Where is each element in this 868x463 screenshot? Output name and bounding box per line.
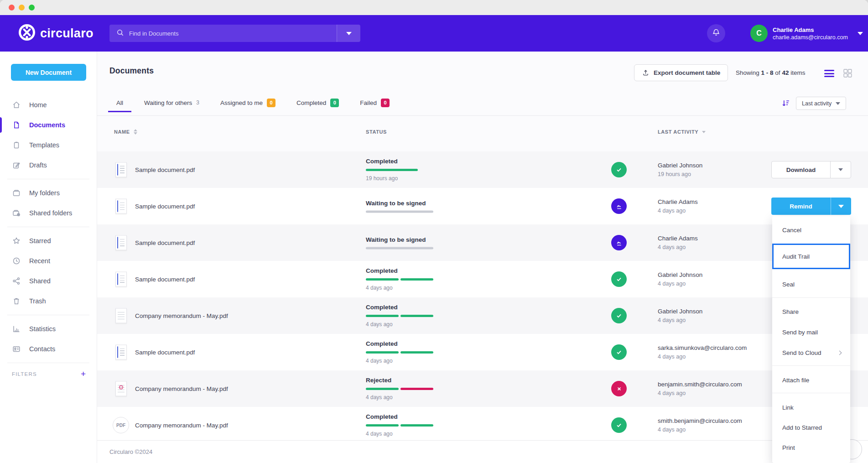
last-activity-cell: Gabriel Johnson 4 days ago (658, 308, 702, 323)
activity-time: 4 days ago (658, 317, 702, 323)
grid-view-button[interactable] (842, 68, 853, 80)
search-input[interactable] (129, 30, 321, 37)
menu-item-send-to-cloud[interactable]: Send to Cloud (772, 344, 850, 361)
tab-all[interactable]: All (116, 99, 123, 106)
remind-split-button[interactable]: Remind (771, 198, 851, 215)
menu-item-print[interactable]: Print (772, 439, 850, 456)
chevron-right-icon (837, 350, 842, 355)
sidebar-item-shared[interactable]: Shared (0, 271, 97, 291)
document-thumbnail-icon (115, 308, 127, 323)
status-label: Rejected (366, 377, 433, 384)
new-document-button[interactable]: New Document (11, 64, 86, 81)
remind-more-actions-button[interactable] (831, 198, 851, 215)
column-header-name[interactable]: NAME (114, 129, 137, 135)
export-icon (642, 69, 650, 77)
tab-waiting-for-others[interactable]: Waiting for others3 (144, 99, 199, 106)
menu-item-seal[interactable]: Seal (772, 276, 850, 292)
brand-logo[interactable]: circularo (18, 15, 94, 52)
document-name[interactable]: Company memorandum - May.pdf (135, 385, 228, 392)
column-header-status[interactable]: STATUS (366, 129, 387, 135)
table-row[interactable]: Sample document.pdf Completed 4 days ago… (97, 261, 868, 297)
table-row[interactable]: Sample document.pdf Completed 4 days ago… (97, 334, 868, 370)
sidebar-item-contacts[interactable]: Contacts (0, 339, 97, 359)
status-time: 4 days ago (366, 394, 433, 401)
table-row[interactable]: Company memorandum - May.pdf Rejected 4 … (97, 370, 868, 407)
user-menu[interactable]: C Charlie Adams charlie.adams@circularo.… (750, 25, 863, 42)
document-name[interactable]: Sample document.pdf (135, 239, 195, 246)
sidebar-item-label: Home (29, 101, 47, 109)
table-header: NAME STATUS LAST ACTIVITY (97, 129, 868, 138)
actor-name: sarka.simunkova@circularo.com (658, 344, 747, 351)
sidebar-item-templates[interactable]: Templates (0, 135, 97, 155)
activity-time: 4 days ago (658, 244, 698, 250)
sidebar-item-documents[interactable]: Documents (0, 115, 97, 135)
search-bar[interactable] (109, 25, 360, 42)
sidebar-item-trash[interactable]: Trash (0, 291, 97, 311)
menu-item-attach-file[interactable]: Attach file (772, 372, 850, 388)
search-scope-dropdown[interactable] (337, 25, 360, 42)
window-minimize-button[interactable] (19, 5, 25, 10)
remind-button[interactable]: Remind (771, 198, 831, 215)
document-name[interactable]: Sample document.pdf (135, 276, 195, 283)
sidebar-divider (7, 315, 89, 315)
sidebar-item-label: My folders (29, 189, 60, 197)
sidebar-item-statistics[interactable]: Statistics (0, 319, 97, 339)
chevron-down-icon (838, 205, 844, 208)
sidebar-item-home[interactable]: Home (0, 95, 97, 115)
document-name[interactable]: Company memorandum - May.pdf (135, 422, 228, 429)
document-name[interactable]: Sample document.pdf (135, 203, 195, 210)
table-row[interactable]: Sample document.pdf Waiting to be signed… (97, 224, 868, 261)
tab-assigned-to-me[interactable]: Assigned to me0 (220, 99, 275, 107)
menu-item-share[interactable]: Share (772, 303, 850, 320)
clock-icon (12, 256, 21, 265)
search-icon (116, 28, 125, 39)
menu-item-add-to-starred[interactable]: Add to Starred (772, 419, 850, 436)
progress-bar (366, 169, 418, 171)
table-row[interactable]: Company memorandum - May.pdf Completed 4… (97, 297, 868, 334)
document-name[interactable]: Company memorandum - May.pdf (135, 312, 228, 319)
tab-completed[interactable]: Completed0 (296, 99, 339, 107)
table-row[interactable]: Sample document.pdf Completed 19 hours a… (97, 151, 868, 188)
export-document-table-button[interactable]: Export document table (634, 64, 728, 81)
menu-item-link[interactable]: Link (772, 399, 850, 416)
sidebar-item-starred[interactable]: Starred (0, 231, 97, 251)
sidebar-item-my-folders[interactable]: My folders (0, 183, 97, 203)
document-name[interactable]: Sample document.pdf (135, 166, 195, 173)
download-button[interactable]: Download (772, 161, 831, 178)
notifications-button[interactable] (707, 24, 725, 42)
sidebar-item-recent[interactable]: Recent (0, 251, 97, 271)
actor-name: Charlie Adams (658, 235, 698, 242)
sort-descending-icon[interactable] (781, 99, 790, 108)
sort-by-dropdown[interactable]: Last activity (796, 97, 846, 110)
sidebar: New Document Home Documents Templates Dr… (0, 52, 97, 463)
shared-folder-icon (12, 208, 21, 218)
status-label: Completed (366, 304, 433, 311)
window-close-button[interactable] (9, 5, 15, 10)
download-more-actions-button[interactable] (831, 161, 851, 178)
menu-item-send-by-mail[interactable]: Send by mail (772, 324, 850, 340)
menu-item-audit-trail[interactable]: Audit Trail (772, 244, 850, 269)
table-row[interactable]: PDF Company memorandum - May.pdf Complet… (97, 407, 868, 440)
sidebar-item-shared-folders[interactable]: Shared folders (0, 203, 97, 223)
window-zoom-button[interactable] (29, 5, 35, 10)
sidebar-item-drafts[interactable]: Drafts (0, 155, 97, 175)
last-activity-cell: sarka.simunkova@circularo.com 4 days ago (658, 344, 747, 360)
tab-badge: 0 (267, 99, 275, 107)
menu-item-cancel[interactable]: Cancel (772, 222, 850, 238)
table-row[interactable]: Sample document.pdf Waiting to be signed… (97, 188, 868, 224)
grid-icon (842, 68, 853, 78)
tab-failed[interactable]: Failed0 (360, 99, 390, 107)
add-filter-button[interactable]: + (81, 369, 86, 378)
status-label: Completed (366, 158, 418, 165)
home-icon (12, 100, 21, 109)
status-time: 4 days ago (366, 321, 433, 328)
sidebar-divider (7, 179, 89, 179)
list-view-button[interactable] (824, 70, 834, 77)
document-name[interactable]: Sample document.pdf (135, 349, 195, 356)
showing-counter: Showing 1 - 8 of 42 items (736, 69, 805, 76)
column-header-last-activity[interactable]: LAST ACTIVITY (658, 129, 706, 135)
showing-total: 42 (782, 69, 789, 76)
actions-dropdown-menu: Cancel Audit Trail Seal Share Send by ma… (772, 216, 850, 463)
download-split-button[interactable]: Download (771, 161, 851, 178)
sidebar-nav: Home Documents Templates Drafts My folde… (0, 95, 97, 378)
